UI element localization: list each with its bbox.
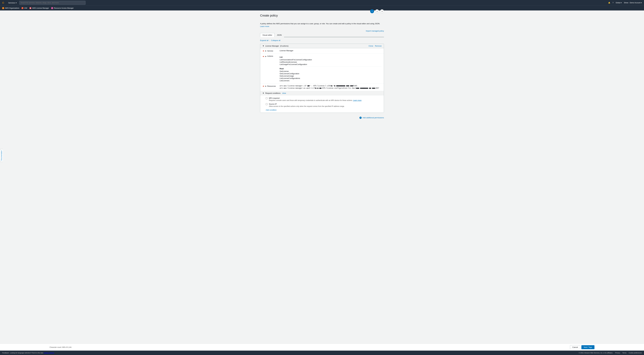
page-description: A policy defines the AWS permissions tha… [260, 22, 384, 28]
step-2[interactable]: 2 [375, 9, 379, 13]
page-title: Create policy [260, 14, 278, 17]
conditions-close-link[interactable]: close [282, 92, 286, 94]
read-category: Read [280, 68, 382, 70]
aws-logo[interactable]: aws [2, 2, 6, 4]
add-permissions-button[interactable]: + Add additional permissions [360, 117, 384, 119]
source-ip-desc: Allow access to the specified actions on… [269, 105, 344, 107]
breadcrumb-nav: ✦ AWS Organizations 🔑 IAM 📋 AWS License … [0, 6, 644, 11]
action-read-2: GetLicenseConfiguration [280, 73, 382, 75]
mfa-content: MFA required Requires console users and … [269, 97, 362, 101]
service-row: ➜ ▶ Service License Manager [260, 48, 384, 54]
org-icon: ✦ [2, 7, 4, 9]
services-nav[interactable]: Services ▾ [8, 2, 17, 4]
tab-visual-editor[interactable]: Visual editor [260, 33, 274, 37]
main-content: Create policy 1 2 3 A policy defines the… [260, 11, 384, 132]
action-list-3: ListUsageForLicenseConfiguration [280, 63, 382, 65]
action-read-3: GetLicenseUsage [280, 75, 382, 77]
actions-expand[interactable]: ▶ [265, 55, 266, 57]
breadcrumb-ram[interactable]: 🔗 Resource Access Manager [51, 7, 74, 9]
add-condition-link[interactable]: Add condition [266, 109, 276, 111]
conditions-label: Request conditions [265, 92, 280, 94]
tab-bar: Visual editor JSON [260, 33, 384, 37]
source-ip-content: Source IP Allow access to the specified … [269, 103, 344, 107]
resources-content: arn:aws:license-manager::37 ■■* : 075:li… [280, 85, 382, 90]
add-permissions-section: + Add additional permissions [260, 115, 384, 121]
breadcrumb-iam[interactable]: 🔑 IAM [22, 7, 27, 9]
breadcrumb-license[interactable]: 📋 AWS License Manager [30, 7, 49, 9]
ram-icon: 🔗 [51, 7, 53, 9]
expand-collapse-links: Expand all | Collapse all [260, 39, 384, 42]
section-header: ▼ License Manager (8 actions) Clone Remo… [260, 44, 384, 48]
add-circle-icon: + [360, 117, 362, 119]
source-ip-condition: Source IP Allow access to the specified … [266, 103, 382, 107]
notification-icon[interactable]: 🔔 [608, 2, 610, 4]
search-bar[interactable] [20, 1, 86, 5]
step-3[interactable]: 3 [380, 9, 384, 13]
learn-more-link[interactable]: Learn more [260, 25, 269, 28]
source-ip-checkbox[interactable] [266, 103, 268, 105]
mfa-learn-more-link[interactable]: Learn more [353, 99, 362, 101]
import-policy-link[interactable]: Import managed policy [260, 30, 384, 32]
top-nav: aws Services ▾ 🔔 ? Global ▾ Shree - Demo… [0, 0, 644, 6]
list-category: List [280, 56, 382, 58]
resources-row: ➜ ▶ Resources arn:aws:license-manager::3… [260, 84, 384, 91]
action-read-5: ListLicenses [280, 80, 382, 82]
action-list-2: ListReceivedLicenses [280, 61, 382, 63]
resource-2: arn:aws:license-manager:us-west-1:37■ ■ … [280, 87, 382, 89]
mfa-checkbox[interactable] [266, 97, 268, 99]
remove-link[interactable]: Remove [375, 45, 382, 47]
conditions-body: MFA required Requires console users and … [260, 95, 384, 113]
mfa-condition: MFA required Requires console users and … [266, 97, 382, 101]
conditions-expand[interactable]: ▼ [262, 92, 264, 94]
service-arrow-icon: ➜ [262, 50, 264, 52]
expand-all-link[interactable]: Expand all [260, 39, 268, 42]
license-icon: 📋 [30, 7, 31, 9]
policy-section: ▼ License Manager (8 actions) Clone Remo… [260, 44, 384, 113]
mfa-desc: Requires console users and those with te… [269, 99, 362, 101]
action-read-4: ListLicenseConfigurations [280, 77, 382, 79]
actions-row: ➜ ▶ Actions List ListAssociationsForLice… [260, 54, 384, 84]
tab-json[interactable]: JSON [274, 33, 284, 37]
section-actions: Clone Remove [369, 45, 382, 47]
step-1[interactable]: 1 [370, 9, 374, 13]
iam-icon: 🔑 [22, 7, 24, 9]
section-title: ▼ License Manager (8 actions) [262, 45, 288, 47]
breadcrumb-org[interactable]: ✦ AWS Organizations [2, 7, 19, 9]
svg-text:aws: aws [2, 2, 4, 4]
user-menu[interactable]: Shree - Demo Account ▾ [624, 2, 642, 4]
actions-arrow-icon: ➜ [262, 55, 264, 58]
step-indicator: 1 2 3 [370, 9, 384, 13]
service-expand[interactable]: ▶ [265, 50, 266, 52]
nav-right: 🔔 ? Global ▾ Shree - Demo Account ▾ [608, 2, 642, 4]
conditions-header: ▼ Request conditions close [260, 91, 384, 95]
resources-expand[interactable]: ▶ [265, 85, 266, 87]
region-selector[interactable]: Global ▾ [616, 2, 622, 4]
section-collapse-arrow[interactable]: ▼ [262, 45, 264, 47]
resource-1: arn:aws:license-manager::37 ■■* : 075:li… [280, 85, 382, 87]
clone-link[interactable]: Clone [369, 45, 373, 47]
help-icon[interactable]: ? [612, 2, 614, 4]
resources-arrow-icon: ➜ [262, 85, 264, 88]
conditions-section: ▼ Request conditions close MFA required … [260, 91, 384, 113]
action-list-1: ListAssociationsForLicenseConfiguration [280, 59, 382, 61]
collapse-all-link[interactable]: Collapse all [271, 39, 280, 42]
actions-content: List ListAssociationsForLicenseConfigura… [280, 55, 382, 82]
search-input[interactable] [20, 1, 86, 5]
action-read-1: GetLicense [280, 70, 382, 72]
